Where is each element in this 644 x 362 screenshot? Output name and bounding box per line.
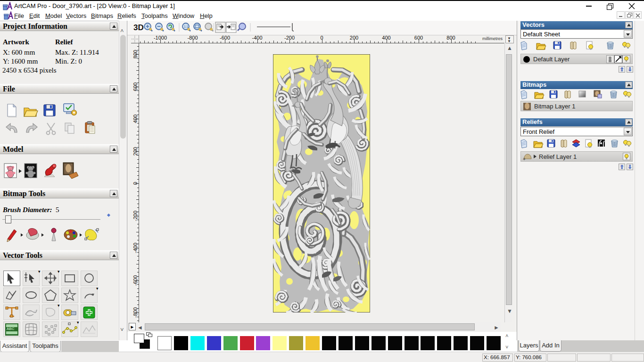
svg-text:1:1: 1:1 bbox=[184, 25, 189, 28]
svg-text:ABC: ABC bbox=[7, 327, 15, 331]
svg-text:+: + bbox=[523, 156, 526, 162]
